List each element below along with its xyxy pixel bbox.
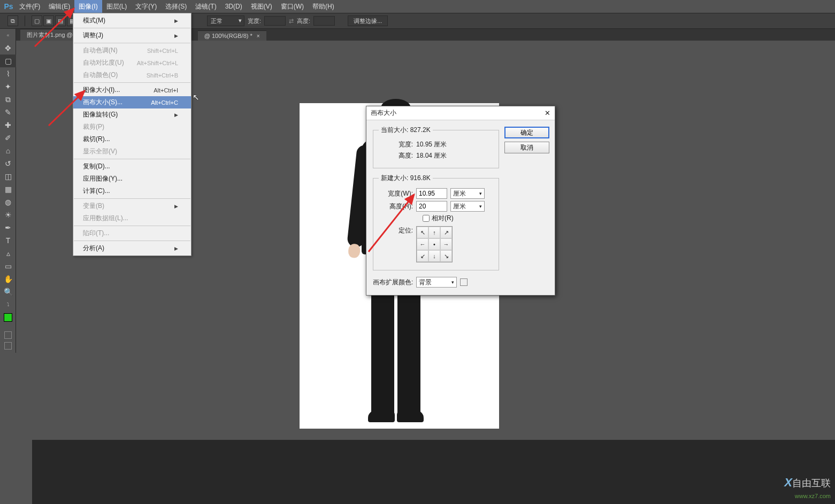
menu-auto-contrast[interactable]: 自动对比度(U)Alt+Shift+Ctrl+L (73, 57, 191, 69)
swap-colors-icon[interactable]: ⤵ (0, 298, 16, 311)
menu-select[interactable]: 选择(S) (161, 0, 191, 13)
image-menu-dropdown: 模式(M)▶ 调整(J)▶ 自动色调(N)Shift+Ctrl+L 自动对比度(… (73, 13, 191, 256)
anchor-bl[interactable]: ↙ (417, 250, 428, 262)
tab-2[interactable]: @ 100%(RGB/8) * × (198, 30, 266, 41)
selection-add-icon[interactable]: ▣ (43, 15, 54, 26)
menu-image[interactable]: 图像(I) (74, 0, 102, 13)
menu-reveal-all[interactable]: 显示全部(V) (73, 145, 191, 158)
menu-apply-image[interactable]: 应用图像(Y)... (73, 173, 191, 185)
selection-new-icon[interactable]: ▢ (32, 15, 42, 26)
anchor-l[interactable]: ← (417, 238, 428, 250)
anchor-b[interactable]: ↓ (428, 250, 440, 262)
shape-tool-icon[interactable]: ▭ (0, 260, 16, 273)
eyedropper-tool-icon[interactable]: ✎ (0, 106, 16, 119)
menu-trim[interactable]: 裁切(R)... (73, 133, 191, 145)
new-width-input[interactable] (416, 188, 447, 199)
menu-view[interactable]: 视图(V) (247, 0, 277, 13)
height-label: 高度: (297, 17, 310, 25)
menu-canvas-size[interactable]: 画布大小(S)...Alt+Ctrl+C (73, 96, 191, 108)
pen-tool-icon[interactable]: ✒ (0, 221, 16, 234)
eraser-tool-icon[interactable]: ◫ (0, 170, 16, 183)
screenmode-icon[interactable] (4, 342, 12, 350)
path-tool-icon[interactable]: ▵ (0, 247, 16, 260)
menu-image-size[interactable]: 图像大小(I)...Alt+Ctrl+I (73, 84, 191, 96)
menu-file[interactable]: 文件(F) (15, 0, 44, 13)
menu-auto-color[interactable]: 自动颜色(O)Shift+Ctrl+B (73, 69, 191, 81)
current-size-group: 当前大小: 827.2K 宽度:10.95 厘米 高度:18.04 厘米 (373, 126, 499, 168)
menu-filter[interactable]: 滤镜(T) (191, 0, 220, 13)
anchor-t[interactable]: ↑ (428, 227, 440, 238)
menu-mode[interactable]: 模式(M)▶ (73, 14, 191, 27)
menu-apply-dataset[interactable]: 应用数据组(L)... (73, 212, 191, 224)
cur-width-label: 宽度: (379, 140, 413, 149)
new-width-label: 宽度(W): (379, 189, 413, 198)
stamp-tool-icon[interactable]: ⌂ (0, 144, 16, 157)
ok-button[interactable]: 确定 (504, 127, 549, 138)
brush-tool-icon[interactable]: ✐ (0, 131, 16, 144)
style-combo[interactable]: 正常 (207, 15, 244, 26)
history-brush-tool-icon[interactable]: ↺ (0, 157, 16, 170)
gradient-tool-icon[interactable]: ▦ (0, 183, 16, 196)
watermark: X自由互联 www.xz7.com (784, 476, 831, 501)
menu-window[interactable]: 窗口(W) (277, 0, 308, 13)
relative-checkbox[interactable] (423, 215, 430, 222)
hand-tool-icon[interactable]: ✋ (0, 273, 16, 285)
wand-tool-icon[interactable]: ✦ (0, 80, 16, 93)
height-unit-select[interactable]: 厘米 (450, 201, 485, 212)
menu-image-rotation[interactable]: 图像旋转(G)▶ (73, 108, 191, 121)
color-swatches[interactable] (0, 313, 16, 328)
move-tool-icon[interactable]: ✥ (0, 42, 16, 55)
menu-variables[interactable]: 变量(B)▶ (73, 200, 191, 212)
menu-type[interactable]: 文字(Y) (131, 0, 161, 13)
refine-edge-button[interactable]: 调整边缘... (348, 15, 388, 26)
menu-layer[interactable]: 图层(L) (102, 0, 132, 13)
tab-2-label: @ 100%(RGB/8) * (204, 33, 252, 39)
marquee-tool-icon[interactable]: ▢ (0, 55, 16, 67)
anchor-r[interactable]: → (440, 238, 452, 250)
width-field[interactable] (264, 16, 286, 26)
menu-edit[interactable]: 编辑(E) (44, 0, 74, 13)
foreground-swatch[interactable] (4, 313, 12, 322)
swap-wh-icon[interactable]: ⇄ (289, 18, 294, 25)
quickmask-icon[interactable] (4, 331, 12, 339)
tool-preset-icon[interactable]: ⧉ (7, 15, 18, 26)
anchor-tr[interactable]: ↗ (440, 227, 452, 238)
menu-crop[interactable]: 裁剪(P) (73, 121, 191, 133)
anchor-c[interactable]: • (428, 238, 440, 250)
width-label: 宽度: (248, 17, 261, 25)
anchor-tl[interactable]: ↖ (417, 227, 428, 238)
new-height-input[interactable] (416, 201, 447, 212)
cancel-button[interactable]: 取消 (504, 142, 549, 153)
close-icon[interactable]: ✕ (545, 109, 550, 117)
menu-auto-tone[interactable]: 自动色调(N)Shift+Ctrl+L (73, 44, 191, 57)
canvas-size-dialog: 画布大小 ✕ 当前大小: 827.2K 宽度:10.95 厘米 高度:18.04… (366, 106, 555, 296)
menu-trap[interactable]: 陷印(T)... (73, 227, 191, 239)
ext-color-select[interactable]: 背景 (416, 277, 457, 288)
crop-tool-icon[interactable]: ⧉ (0, 93, 16, 106)
blur-tool-icon[interactable]: ◍ (0, 196, 16, 208)
chevron-right-icon: ▶ (174, 204, 178, 209)
dialog-titlebar[interactable]: 画布大小 ✕ (366, 106, 555, 120)
menu-3d[interactable]: 3D(D) (221, 1, 247, 12)
ext-color-swatch[interactable] (460, 278, 468, 286)
selection-sub-icon[interactable]: ▤ (55, 15, 66, 26)
cur-height-value: 18.04 厘米 (416, 151, 447, 160)
menu-adjustments[interactable]: 调整(J)▶ (73, 29, 191, 42)
menu-help[interactable]: 帮助(H) (308, 0, 339, 13)
menu-duplicate[interactable]: 复制(D)... (73, 160, 191, 173)
menu-calculations[interactable]: 计算(C)... (73, 185, 191, 197)
height-field[interactable] (313, 16, 335, 26)
chevron-right-icon: ▶ (174, 246, 178, 251)
width-unit-select[interactable]: 厘米 (450, 188, 485, 199)
cur-height-label: 高度: (379, 151, 413, 160)
collapse-icon[interactable]: « (0, 29, 16, 42)
dodge-tool-icon[interactable]: ☀ (0, 208, 16, 221)
type-tool-icon[interactable]: T (0, 234, 16, 247)
anchor-br[interactable]: ↘ (440, 250, 452, 262)
menu-analysis[interactable]: 分析(A)▶ (73, 242, 191, 254)
heal-tool-icon[interactable]: ✚ (0, 119, 16, 131)
lasso-tool-icon[interactable]: ⌇ (0, 67, 16, 80)
tab-1[interactable]: 图片素材1.png @ (20, 29, 79, 41)
close-icon[interactable]: × (257, 33, 260, 39)
zoom-tool-icon[interactable]: 🔍 (0, 285, 16, 298)
